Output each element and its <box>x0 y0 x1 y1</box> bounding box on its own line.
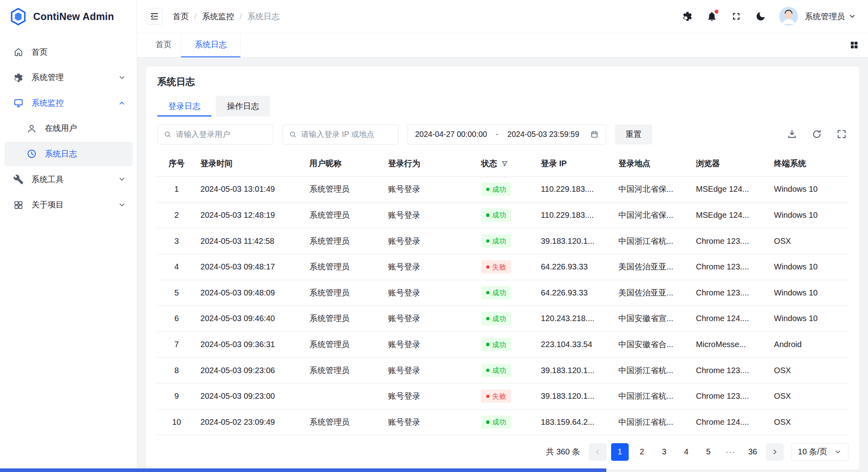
cell-os: Windows 10 <box>770 254 848 280</box>
sidebar-item-online-users[interactable]: 在线用户 <box>4 116 132 141</box>
sidebar-item-home[interactable]: 首页 <box>4 40 132 64</box>
cell-login-time: 2024-05-03 09:36:31 <box>196 331 305 358</box>
tab-system-log[interactable]: 系统日志 <box>181 33 241 57</box>
notification-dot <box>715 10 719 14</box>
cell-login-time: 2024-05-03 09:46:40 <box>196 306 305 332</box>
table-fullscreen-button[interactable] <box>836 129 847 139</box>
cell-browser: Chrome 123.... <box>692 383 770 409</box>
page-button-36[interactable]: 36 <box>744 443 762 461</box>
tab-operation-log[interactable]: 操作日志 <box>216 96 270 116</box>
download-icon <box>787 129 797 139</box>
cell-location: 美国佐治亚亚... <box>614 254 692 280</box>
gear-icon <box>682 11 693 22</box>
refresh-button[interactable] <box>812 129 822 139</box>
page-button-5[interactable]: 5 <box>700 443 717 461</box>
breadcrumb-item-system-log: 系统日志 <box>247 11 279 22</box>
page-size-select[interactable]: 10 条/页 <box>792 443 848 461</box>
reset-button[interactable]: 重置 <box>615 125 652 145</box>
page-button-4[interactable]: 4 <box>678 443 695 461</box>
next-page-button[interactable] <box>766 443 784 461</box>
sidebar-menu: 首页 系统管理 系统监控 <box>0 33 137 217</box>
avatar-face-icon <box>779 7 798 26</box>
breadcrumb: 首页 / 系统监控 / 系统日志 <box>173 11 280 22</box>
breadcrumb-separator: / <box>240 12 242 21</box>
cell-ip: 64.226.93.33 <box>537 254 614 280</box>
cell-status: 成功 <box>477 331 536 358</box>
cell-browser: MicroMesse... <box>692 331 770 358</box>
date-range-picker[interactable]: 2024-04-27 00:00:00 - 2024-05-03 23:59:5… <box>407 125 606 145</box>
sidebar-item-system-tools[interactable]: 系统工具 <box>4 167 132 192</box>
theme-toggle-button[interactable] <box>755 11 766 22</box>
table-row: 6 2024-05-03 09:46:40 系统管理员 账号登录 成功 120.… <box>157 306 848 332</box>
cell-login-time: 2024-05-03 09:23:00 <box>196 383 305 409</box>
cell-nickname: 系统管理员 <box>305 202 383 228</box>
app-window: ContiNew Admin 首页 系统管理 <box>0 0 868 472</box>
prev-page-button[interactable] <box>589 443 606 461</box>
notifications-button[interactable] <box>706 11 718 22</box>
page-button-1[interactable]: 1 <box>611 443 629 461</box>
date-separator: - <box>496 130 498 139</box>
main-area: 首页 / 系统监控 / 系统日志 <box>137 0 868 472</box>
cell-location: 中国浙江省杭... <box>614 383 692 409</box>
cell-nickname: 系统管理员 <box>305 280 383 306</box>
tab-actions-button[interactable] <box>849 40 859 50</box>
user-name: 系统管理员 <box>805 11 845 22</box>
page-button-3[interactable]: 3 <box>655 443 673 461</box>
total-count: 共 360 条 <box>546 446 580 457</box>
status-label: 成功 <box>492 417 506 427</box>
page-tabbar: 首页 系统日志 <box>137 33 868 58</box>
status-filter-icon[interactable] <box>501 160 508 167</box>
status-dot-icon <box>486 343 489 346</box>
cell-login-time: 2024-05-02 23:09:49 <box>196 409 305 435</box>
fullscreen-button[interactable] <box>731 11 742 22</box>
tab-home[interactable]: 首页 <box>146 33 181 57</box>
cell-behavior: 账号登录 <box>384 306 477 332</box>
cell-login-time: 2024-05-03 09:23:06 <box>196 358 305 384</box>
download-button[interactable] <box>787 129 797 139</box>
page-ellipsis-button[interactable]: ··· <box>722 443 739 461</box>
column-header-browser: 浏览器 <box>692 151 770 176</box>
table-row: 9 2024-05-03 09:23:00 账号登录 失败 39.183.120… <box>157 383 848 409</box>
login-user-search-input[interactable] <box>157 125 274 145</box>
cell-behavior: 账号登录 <box>384 280 477 306</box>
cell-ip: 110.229.183.... <box>537 202 614 228</box>
status-dot-icon <box>486 188 489 191</box>
logo[interactable]: ContiNew Admin <box>0 0 137 33</box>
login-user-input[interactable] <box>176 130 267 139</box>
content: 系统日志 登录日志 操作日志 2024-04-27 00:00: <box>137 58 868 472</box>
settings-button[interactable] <box>682 11 693 22</box>
cell-browser: Chrome 123.... <box>692 254 770 280</box>
tab-login-log[interactable]: 登录日志 <box>157 96 212 116</box>
status-dot-icon <box>486 291 489 294</box>
monitor-icon <box>13 98 24 108</box>
sidebar: ContiNew Admin 首页 系统管理 <box>0 0 137 472</box>
refresh-icon <box>812 129 822 139</box>
cell-behavior: 账号登录 <box>384 331 477 358</box>
cell-behavior: 账号登录 <box>384 254 477 280</box>
cell-index: 3 <box>157 228 196 254</box>
breadcrumb-item-home[interactable]: 首页 <box>173 11 189 22</box>
cell-status: 成功 <box>477 280 536 306</box>
login-ip-input[interactable] <box>301 130 392 139</box>
sidebar-item-system-monitor[interactable]: 系统监控 <box>4 91 132 115</box>
log-table-body: 1 2024-05-03 13:01:49 系统管理员 账号登录 成功 110.… <box>157 177 848 435</box>
cell-os: Windows 10 <box>770 202 848 228</box>
sidebar-collapse-button[interactable] <box>146 8 163 25</box>
grid-icon <box>849 40 859 50</box>
cell-browser: Chrome 123.... <box>692 358 770 384</box>
cell-index: 1 <box>157 177 196 203</box>
avatar[interactable] <box>779 7 798 26</box>
user-menu[interactable]: 系统管理员 <box>805 11 856 22</box>
login-ip-search-input[interactable] <box>283 125 399 145</box>
table-row: 10 2024-05-02 23:09:49 系统管理员 账号登录 成功 183… <box>157 409 848 435</box>
cell-browser: MSEdge 124... <box>692 177 770 203</box>
cell-index: 8 <box>157 358 196 384</box>
cell-location: 中国浙江省杭... <box>614 228 692 254</box>
column-header-os: 终端系统 <box>770 151 848 176</box>
page-button-2[interactable]: 2 <box>633 443 651 461</box>
breadcrumb-item-system-monitor[interactable]: 系统监控 <box>202 11 234 22</box>
status-badge: 成功 <box>481 286 511 299</box>
sidebar-item-about-project[interactable]: 关于项目 <box>4 193 132 217</box>
sidebar-item-system-management[interactable]: 系统管理 <box>4 65 132 90</box>
sidebar-item-system-log[interactable]: 系统日志 <box>4 142 132 166</box>
